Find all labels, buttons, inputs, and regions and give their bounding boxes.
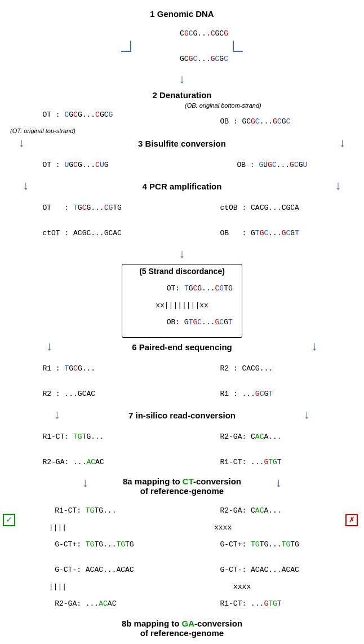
step7-title-inline: 7 in-silico read-conversion [128,411,236,420]
s8b-r2ga-r: R2-GA: CACA... [185,640,345,644]
step5-ot: OT: TGCG...CGTG [131,276,233,301]
s8a-ac2: AC [108,599,117,608]
ot-g1: G [69,111,73,119]
s5-t1: T [184,284,189,293]
s3-u2: U [100,161,104,169]
step7-r2ga-r: R2-GA: CACA... [185,424,361,449]
s8a-r2ga: R2-GA: ...ACAC [20,591,182,616]
gcg: GC [215,29,224,38]
s4-g1: G [78,204,82,212]
step3-ot-row: OT : UGCG...CUG [7,152,182,178]
ot-label: OT : [42,111,64,119]
step7-r1ct: R1-CT: TGTG... [7,424,182,449]
s8ar-tg1: TG [251,540,260,549]
s7r-c1: C [251,433,255,441]
step4-title-inline: 4 PCR amplification [143,182,222,191]
arrow5-row: ↓ 6 Paired-end sequencing ↓ [3,340,361,354]
s6r-dots: ... [242,390,255,398]
r2ga-label7r: R2-GA: [220,433,251,441]
s5-g2: G... [197,284,215,293]
s8a-xxxx2: xxxx [185,583,345,591]
step8b-cross-col: ✗ [3,640,19,644]
ob-g4: G [282,117,286,126]
s3-c2: C [95,161,100,169]
s8ar-dots: ... [251,599,264,608]
step1-sequences: CGCG...CGCG GCGC...GCGC [136,21,228,72]
s4-tg: TG [113,204,122,212]
s8ar-a1: A... [264,506,281,515]
step8a-ct: CT [183,477,193,486]
step8a-title-block: 8a mapping to CT-conversionof reference-… [123,477,241,496]
step2-ot-row: OT : CGCG...CGCG [7,102,182,127]
s3-g7: G [299,161,303,169]
s6r-cacg: CACG... [242,364,273,373]
s5-dots: ... [202,318,215,327]
step6-block: R1 : TGCG... R2 : ...GCAC R2 : CACG... R… [3,356,361,407]
s8ar-tg4: TG [290,540,299,549]
arrow-line-left-top [130,41,131,51]
step3-left: OT : UGCG...CUG [3,152,182,178]
step6-r1: R1 : TGCG... [7,356,182,381]
ob-label: OB : [220,117,242,126]
s6-g1: G [69,364,73,373]
s5-tg: TG [224,284,233,293]
step7-r1ct-r: R1-CT: ...GTGT [185,449,361,475]
step7-left: R1-CT: TGTG... R2-GA: ...ACAC [3,424,182,475]
s4-t2: T [255,229,260,237]
gc2: G [219,55,224,63]
s8a-pipes1: |||| [20,523,182,532]
step8a-left: R1-CT: TGTG... |||| G-CT+: TGTG...TGTG G… [19,498,182,616]
s8a-r2ga-r-label: R2-GA: [220,506,251,515]
arrow-line-right-top [233,41,234,51]
step6-left: R1 : TGCG... R2 : ...GCAC [3,356,182,407]
down-arrow-7a: ↓ [82,477,89,496]
s3-g6: G [290,161,294,169]
step8b-block: ✗ R1-CT: TGTG... xxxx G-GA+: CACA...CACA… [3,640,361,644]
down-arrow-6a: ↓ [54,408,61,422]
step8b-title1: 8b mapping to [122,619,182,628]
r1r-label6: R1 : [220,390,242,398]
ot-g3: GC [100,111,109,119]
ob-label3: OB : [237,161,259,169]
s8a-gct-plus: G-CT+: TGTG...TGTG [20,532,182,557]
s8a-gct-minus: G-CT-: ACAC...ACAC [20,557,182,583]
arrow1: ↓ [3,73,361,87]
down-arrow-7b: ↓ [275,477,282,496]
s8ar-r1ct-label: R1-CT: [220,599,251,608]
s6r-t1: T [268,390,273,398]
s7r-a2: A... [264,433,281,441]
s8ar-gct-plus: G-CT+: TGTG...TGTG [185,532,345,557]
step2-title: 2 Denaturation [3,90,361,100]
down-arrow-6b: ↓ [303,408,310,422]
s8a-gct-minus-label: G-CT-: [55,566,86,574]
s7-t1: TG [73,433,82,441]
c1: C [189,29,193,38]
s8a-r1ct: R1-CT: TGTG... [20,498,182,523]
step1-bot-strand: GCGC...GCGC [136,46,228,72]
step2-left: OT : CGCG...CGCG (OT: original top-stran… [3,102,182,134]
step5-block: (5 Strand discordance) OT: TGCG...CGTG x… [3,263,361,339]
s8a-r1ct-label: R1-CT: [55,506,86,515]
s8a-xxxx1: xxxx [185,523,345,532]
ctob-label: ctOB : [220,204,251,212]
s8a-tg2: TG... [94,506,116,515]
r2-label6: R2 : [42,390,64,398]
r1ct-label7: R1-CT: [42,433,73,441]
g1: G [184,29,189,38]
s8a-gct-plus-label: G-CT+: [55,540,86,549]
s8a-tg5: TG [116,540,125,549]
arrow4: ↓ [3,248,361,262]
s3-c4: C [294,161,299,169]
s8a-ac1: AC [99,599,108,608]
ob-c3: C [286,117,291,126]
s3-u3: U [263,161,268,169]
s7-tg2: TG... [82,433,104,441]
g5: G [211,55,215,63]
down-arrow-3b: ↓ [334,179,341,193]
ob-g3: G [273,117,277,126]
s7-dots: ... [73,458,86,466]
r2ga-label7: R2-GA: [42,458,73,466]
s8a-tg6: TG [125,540,134,549]
s4-t1: T [73,204,78,212]
step4-ot-row: OT : TGCG...CGTG [7,195,182,220]
